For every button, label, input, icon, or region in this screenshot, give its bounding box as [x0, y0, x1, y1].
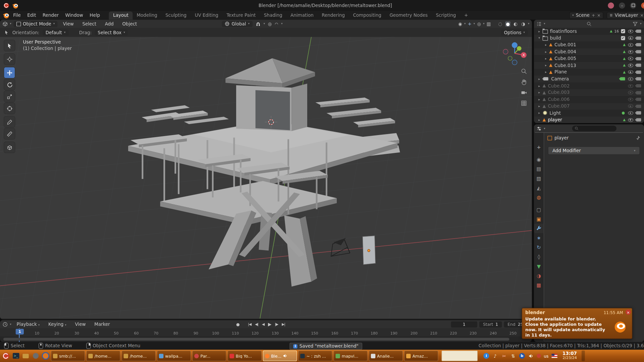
tab-render[interactable]: ◉	[534, 155, 544, 164]
view-layer-selector[interactable]: ≣ ViewLayer ×	[607, 12, 644, 19]
editor-type-icon[interactable]	[2, 21, 8, 26]
navigation-gizmo[interactable]: X	[501, 40, 528, 66]
outliner-row-build[interactable]: ▾ build	[534, 35, 644, 42]
move-tool[interactable]	[4, 67, 15, 78]
properties-search-input[interactable]	[572, 126, 616, 131]
outliner-editor-icon[interactable]	[536, 21, 542, 26]
add-modifier-button[interactable]: Add Modifier ▾	[548, 146, 640, 155]
hide-viewport-icon[interactable]	[628, 43, 633, 47]
show-gizmo-icon[interactable]: +	[468, 21, 471, 26]
gizmo-z-axis[interactable]	[512, 42, 518, 48]
taskbar-window-video[interactable]: Big Yo...	[227, 351, 262, 361]
viewport-menu-view[interactable]: View	[60, 20, 77, 27]
blender-menu-logo-icon[interactable]	[2, 11, 10, 19]
applications-menu-icon[interactable]	[2, 352, 10, 360]
viewport-menu-object[interactable]: Object	[119, 20, 140, 27]
proportional-edit-icon[interactable]: ◎	[268, 21, 272, 26]
add-workspace-button[interactable]: +	[460, 11, 472, 19]
browse-scene-icon[interactable]: ▾	[572, 13, 574, 17]
outliner-row-cube006[interactable]: ▸ Cube.006	[534, 96, 644, 103]
editor-launcher-icon[interactable]	[31, 352, 40, 360]
pin-icon[interactable]	[635, 135, 640, 140]
timeline-menu-playback[interactable]: Playback ▾	[13, 321, 43, 328]
workspace-tab-modeling[interactable]: Modeling	[132, 11, 161, 19]
player-plane[interactable]	[363, 236, 375, 264]
taskbar-window-wallpaper[interactable]: wallpa...	[157, 351, 191, 361]
disable-render-icon[interactable]	[636, 91, 641, 94]
tab-object-data[interactable]: ▼	[534, 261, 544, 271]
outliner-row-cube005[interactable]: ▸ Cube.005	[534, 55, 644, 62]
clock[interactable]: 13:07 2/23/24	[562, 351, 577, 360]
tab-material[interactable]: ◑	[534, 271, 544, 280]
hide-viewport-icon[interactable]	[628, 118, 633, 122]
taskbar-window-smb[interactable]: smb://...	[51, 351, 85, 361]
workspace-tab-texture-paint[interactable]: Texture Paint	[222, 11, 260, 19]
disable-render-icon[interactable]	[636, 111, 641, 115]
minimize-button[interactable]: –	[619, 2, 625, 8]
hide-viewport-icon[interactable]	[628, 29, 633, 33]
scale-tool[interactable]	[4, 91, 15, 102]
rotate-tool[interactable]	[4, 79, 15, 90]
tab-texture[interactable]: ▩	[534, 280, 544, 290]
files-launcher-icon[interactable]	[21, 352, 30, 360]
cursor-tool[interactable]	[4, 54, 15, 64]
workspace-tab-compositing[interactable]: Compositing	[349, 11, 385, 19]
outliner-row-cube001[interactable]: ▸ Cube.001	[534, 42, 644, 48]
outliner-row-cube007[interactable]: ▸ Cube.007	[534, 103, 644, 110]
disable-render-icon[interactable]	[636, 118, 641, 122]
shading-material-icon[interactable]: ◐	[513, 21, 518, 26]
hide-viewport-icon[interactable]	[628, 70, 633, 74]
close-button[interactable]: ×	[641, 2, 644, 8]
disable-render-icon[interactable]	[636, 37, 641, 40]
terminal-launcher-icon[interactable]: >_	[11, 352, 20, 360]
camera-view-icon[interactable]	[521, 89, 528, 96]
tab-collection[interactable]: ▢	[534, 205, 544, 214]
taskbar-window-home2[interactable]: /home...	[121, 351, 156, 361]
taskbar-window-document[interactable]: Analie...	[369, 351, 403, 361]
workspace-tab-geometry-nodes[interactable]: Geometry Nodes	[385, 11, 432, 19]
scene-selector[interactable]: ▾ Scene + ×	[570, 12, 603, 19]
disable-render-icon[interactable]	[636, 50, 641, 53]
proportional-falloff-icon[interactable]: ◠	[275, 21, 278, 26]
timeline-menu-keying[interactable]: Keying ▾	[45, 321, 69, 328]
outliner-row-plane[interactable]: ▸ Plane	[534, 69, 644, 75]
next-keyframe-button[interactable]: |▶	[274, 322, 279, 326]
orientation-dropdown[interactable]: Default▾	[43, 29, 68, 36]
keyboard-layout-indicator[interactable]: us	[544, 354, 548, 358]
tab-tool[interactable]: +	[534, 142, 544, 152]
hide-viewport-icon[interactable]	[628, 57, 633, 60]
tab-particles[interactable]: ∗	[534, 233, 544, 243]
expand-arrow[interactable]: ▸	[537, 29, 541, 33]
current-frame-field[interactable]: 1	[451, 321, 477, 327]
workspace-tab-shading[interactable]: Shading	[260, 11, 286, 19]
properties-editor-icon[interactable]	[536, 126, 542, 131]
editor-type-chevron-icon[interactable]: ▾	[10, 22, 11, 25]
toggle-ortho-icon[interactable]	[521, 100, 528, 107]
collection-checkbox[interactable]	[621, 36, 625, 40]
shading-wireframe-icon[interactable]: ◌	[497, 21, 503, 26]
hide-viewport-icon[interactable]	[628, 77, 633, 81]
drag-dropdown[interactable]: Select Box▾	[95, 29, 128, 36]
snap-options-chevron-icon[interactable]: ▾	[264, 22, 265, 25]
outliner-row-cube013[interactable]: ▸ Cube.013	[534, 62, 644, 69]
shading-rendered-icon[interactable]: ◑	[520, 21, 526, 26]
measure-tool[interactable]	[4, 128, 15, 139]
taskbar-window-home1[interactable]: /home...	[86, 351, 120, 361]
workspace-tab-animation[interactable]: Animation	[286, 11, 318, 19]
bluetooth-tray-icon[interactable]: b	[519, 353, 525, 359]
notification-close-icon[interactable]: ×	[626, 309, 631, 315]
panel-handle[interactable]	[581, 351, 585, 361]
new-scene-icon[interactable]: +	[592, 13, 595, 17]
playhead-badge[interactable]: 1	[16, 329, 24, 335]
tab-scene[interactable]: ◭	[534, 183, 544, 192]
maximize-button[interactable]	[630, 2, 636, 8]
music-tray-icon[interactable]: ♪	[492, 353, 498, 359]
hide-viewport-icon[interactable]	[628, 98, 633, 101]
menu-help[interactable]: Help	[86, 12, 103, 19]
unlink-scene-icon[interactable]: ×	[597, 13, 600, 17]
taskbar-window-zsh[interactable]: ~ : zsh ...	[298, 351, 332, 361]
disable-render-icon[interactable]	[636, 43, 641, 47]
tab-output[interactable]: ▤	[534, 164, 544, 174]
hide-viewport-icon[interactable]	[628, 91, 633, 95]
play-reverse-button[interactable]: ◀	[261, 322, 266, 326]
